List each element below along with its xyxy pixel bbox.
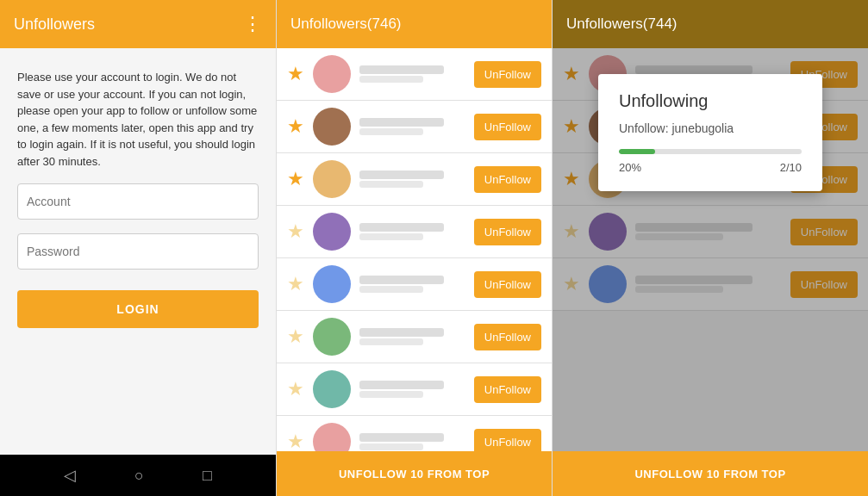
unfollowing-dialog-panel: Unfollowers(744) ★ UnFollow ★ UnFollow ★	[552, 0, 868, 496]
list-item: ★ UnFollow	[277, 363, 552, 416]
list-item: ★ UnFollow	[277, 48, 552, 101]
star-icon[interactable]: ★	[287, 168, 304, 190]
login-panel: Unfollowers ⋮ Please use your account to…	[0, 0, 276, 496]
dialog-top-bar: Unfollowers(744)	[553, 0, 868, 48]
unfollow-button[interactable]: UnFollow	[474, 429, 541, 452]
list-item: ★ UnFollow	[277, 311, 552, 363]
dialog-overlay: Unfollowing Unfollow: junebugolia 20% 2/…	[553, 48, 868, 451]
login-top-bar: Unfollowers ⋮	[0, 0, 276, 48]
list-item: ★ UnFollow	[277, 206, 552, 258]
recents-nav-icon[interactable]: □	[203, 467, 212, 485]
user-handle	[359, 338, 423, 345]
home-nav-icon[interactable]: ○	[134, 467, 144, 485]
list-item: ★ UnFollow	[277, 258, 552, 311]
user-handle	[359, 391, 423, 398]
login-button[interactable]: LOGIN	[17, 290, 259, 328]
list-top-bar: Unfollowers(746)	[277, 0, 552, 48]
list-item: ★ UnFollow	[277, 101, 552, 153]
unfollowers-list-panel: Unfollowers(746) ★ UnFollow ★ UnFollow ★	[276, 0, 552, 496]
star-icon[interactable]: ★	[287, 378, 304, 400]
avatar	[313, 423, 351, 451]
user-name	[359, 170, 444, 179]
back-nav-icon[interactable]: ◁	[64, 466, 76, 485]
avatar	[313, 265, 351, 303]
dialog-subtitle: Unfollow: junebugolia	[619, 121, 802, 135]
user-name	[359, 381, 444, 389]
avatar	[313, 213, 351, 251]
avatar	[313, 370, 351, 408]
user-handle	[359, 233, 423, 240]
user-info	[359, 433, 465, 450]
star-icon[interactable]: ★	[287, 326, 304, 348]
user-name	[359, 433, 444, 442]
more-icon[interactable]: ⋮	[243, 13, 262, 35]
unfollow-from-top-button[interactable]: UNFOLLOW 10 FROM TOP	[277, 451, 552, 496]
dialog-title: Unfollowing	[619, 91, 802, 111]
user-info	[359, 381, 465, 398]
star-icon[interactable]: ★	[287, 63, 304, 85]
user-name	[359, 65, 444, 74]
unfollow-button[interactable]: UnFollow	[474, 166, 541, 193]
list-item: ★ UnFollow	[277, 153, 552, 206]
dialog-panel-title: Unfollowers(744)	[566, 16, 678, 33]
star-icon[interactable]: ★	[287, 115, 304, 138]
user-info	[359, 276, 465, 293]
account-input[interactable]	[17, 183, 259, 220]
user-info	[359, 170, 465, 188]
star-icon[interactable]: ★	[287, 273, 304, 295]
unfollow-button[interactable]: UnFollow	[474, 324, 541, 350]
unfollowing-dialog: Unfollowing Unfollow: junebugolia 20% 2/…	[598, 74, 822, 191]
user-name	[359, 223, 444, 232]
user-info	[359, 223, 465, 240]
user-info	[359, 65, 465, 83]
list-body: ★ UnFollow ★ UnFollow ★ UnFollo	[277, 48, 552, 451]
progress-count: 2/10	[780, 161, 802, 174]
avatar	[313, 108, 351, 146]
progress-percent: 20%	[619, 161, 641, 174]
progress-bar-background	[619, 149, 802, 154]
progress-labels: 20% 2/10	[619, 161, 802, 174]
progress-bar-fill	[619, 149, 655, 154]
avatar	[313, 55, 351, 93]
nav-bar: ◁ ○ □	[0, 455, 276, 496]
user-info	[359, 328, 465, 345]
unfollow-button[interactable]: UnFollow	[474, 219, 541, 245]
user-handle	[359, 443, 423, 450]
avatar	[313, 318, 351, 356]
avatar	[313, 160, 351, 198]
unfollow-button[interactable]: UnFollow	[474, 61, 541, 88]
login-body: Please use your account to login. We do …	[0, 48, 276, 455]
password-input[interactable]	[17, 233, 259, 270]
user-name	[359, 118, 444, 127]
user-info	[359, 118, 465, 135]
unfollow-button[interactable]: UnFollow	[474, 271, 541, 298]
list-item: ★ UnFollow	[277, 416, 552, 451]
user-handle	[359, 128, 423, 135]
star-icon[interactable]: ★	[287, 220, 304, 243]
unfollow-button[interactable]: UnFollow	[474, 114, 541, 140]
user-handle	[359, 76, 423, 83]
app-title: Unfollowers	[14, 16, 95, 34]
unfollow-from-top-button-2[interactable]: UNFOLLOW 10 FROM TOP	[553, 451, 868, 496]
list-title: Unfollowers(746)	[290, 16, 402, 33]
star-icon[interactable]: ★	[287, 431, 304, 451]
user-name	[359, 328, 444, 337]
user-handle	[359, 181, 423, 188]
user-name	[359, 276, 444, 284]
login-instructions: Please use your account to login. We do …	[17, 69, 259, 170]
user-handle	[359, 286, 423, 293]
unfollow-button[interactable]: UnFollow	[474, 376, 541, 403]
